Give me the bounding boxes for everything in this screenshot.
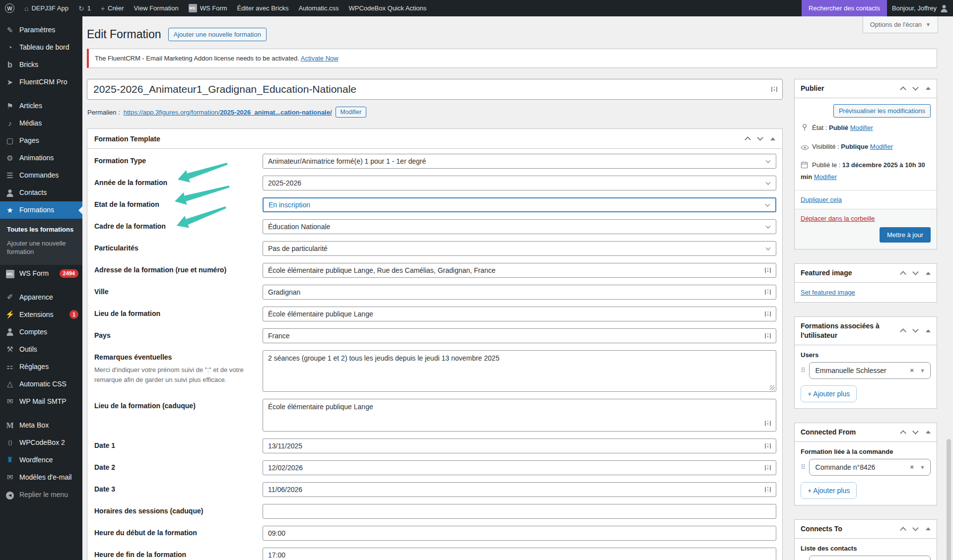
move-down-icon[interactable] — [757, 134, 763, 141]
edit-visibility-link[interactable]: Modifier — [870, 143, 893, 150]
input-adresse-de-la-formation-rue-et-numero[interactable]: École élémentaire publique Lange, Rue de… — [263, 263, 776, 278]
permalink-link[interactable]: https://app.3figures.org/formation/2025-… — [124, 109, 332, 116]
input-horaires-des-sessions-caduque[interactable] — [263, 504, 776, 519]
sidebar-item-automatic-css[interactable]: △ Automatic CSS — [0, 375, 82, 393]
move-down-icon[interactable] — [912, 326, 919, 333]
collapse-panel-icon[interactable] — [926, 272, 931, 275]
input-addon-icon[interactable] — [765, 268, 771, 273]
sidebar-item-formations[interactable]: ★ Formations — [0, 201, 82, 219]
move-up-icon[interactable] — [900, 271, 906, 277]
move-to-trash-link[interactable]: Déplacer dans la corbeille — [801, 215, 875, 222]
input-date-2[interactable]: 12/02/2026 — [263, 460, 776, 475]
select-annee-de-la-formation[interactable]: 2025-2026 — [263, 176, 776, 190]
select-cadre-de-la-formation[interactable]: Éducation Nationale — [263, 219, 776, 234]
input-addon-icon[interactable] — [765, 290, 771, 295]
input-pays[interactable]: France — [263, 328, 776, 343]
input-addon-icon[interactable] — [765, 465, 771, 471]
edit-published-date-link[interactable]: Modifier — [814, 173, 837, 181]
clear-selection-icon[interactable]: × — [910, 463, 914, 471]
move-up-icon[interactable] — [745, 136, 751, 143]
sidebar-item-parametres[interactable]: ✎ Paramètres — [0, 21, 82, 39]
collapse-panel-icon[interactable] — [926, 87, 931, 90]
duplicate-link[interactable]: Dupliquer cela — [801, 196, 842, 203]
collapse-panel-icon[interactable] — [770, 137, 775, 140]
sidebar-item-commandes[interactable]: ☰ Commandes — [0, 167, 82, 184]
view-formation-menu[interactable]: View Formation — [129, 0, 184, 16]
sidebar-item-fluentcrm-pro[interactable]: ➤ FluentCRM Pro — [0, 73, 82, 91]
input-lieu-de-la-formation[interactable]: École élémentaire publique Lange — [263, 307, 776, 321]
edit-with-bricks-menu[interactable]: Éditer avec Bricks — [232, 0, 294, 16]
collapse-panel-icon[interactable] — [926, 329, 931, 332]
sidebar-item-outils[interactable]: ⚒ Outils — [0, 341, 82, 358]
user-select[interactable]: Emmanuelle Schlesser × ▼ — [809, 362, 931, 379]
textarea-lieu-de-la-formation-caduque[interactable]: École élémentaire publique Lange — [263, 399, 776, 432]
move-up-icon[interactable] — [900, 328, 906, 335]
clear-selection-icon[interactable]: × — [910, 367, 914, 374]
sidebar-item-tableau-de-bord[interactable]: ◔ Tableau de bord — [0, 39, 82, 56]
move-down-icon[interactable] — [912, 84, 919, 91]
sidebar-item-comptes[interactable]: Comptes — [0, 323, 82, 341]
scrollbar-thumb[interactable] — [947, 439, 951, 560]
collapse-panel-icon[interactable] — [926, 431, 931, 434]
select-formation-type[interactable]: Animateur/Animatrice formé(e) 1 pour 1 -… — [263, 154, 776, 169]
edit-permalink-button[interactable]: Modifier — [336, 107, 367, 118]
input-addon-icon[interactable] — [771, 87, 778, 92]
add-more-order-button[interactable]: + Ajouter plus — [801, 482, 857, 499]
site-name-menu[interactable]: ⌂DEPJ3F App — [19, 0, 73, 16]
input-addon-icon[interactable] — [765, 311, 771, 317]
sidebar-item-meta-box[interactable]: M Meta Box — [0, 417, 82, 434]
sidebar-item-bricks[interactable]: b Bricks — [0, 56, 82, 73]
input-date-1[interactable]: 13/11/2025 — [263, 438, 776, 453]
sidebar-item-contacts[interactable]: Contacts — [0, 184, 82, 201]
drag-handle-icon[interactable]: ⠿ — [801, 367, 806, 374]
drag-handle-icon[interactable]: ⠿ — [801, 463, 806, 471]
sidebar-item-medias[interactable]: ♪ Médias — [0, 115, 82, 132]
sidebar-item-articles[interactable]: ⚑ Articles — [0, 97, 82, 115]
select-particularites[interactable]: Pas de particularité — [263, 241, 776, 256]
sidebar-item-wordfence[interactable]: ♜ Wordfence — [0, 451, 82, 469]
move-down-icon[interactable] — [912, 428, 919, 435]
search-contacts-button[interactable]: Rechercher des contacts — [802, 0, 887, 16]
move-up-icon[interactable] — [900, 430, 906, 436]
input-date-3[interactable]: 11/06/2026 — [263, 482, 776, 497]
input-addon-icon[interactable] — [765, 333, 771, 339]
resize-handle-icon[interactable] — [770, 385, 775, 390]
sidebar-item-modeles-email[interactable]: ✉ Modèles d'e-mail — [0, 469, 82, 486]
move-down-icon[interactable] — [912, 525, 919, 531]
input-addon-icon[interactable] — [765, 443, 771, 449]
update-button[interactable]: Mettre à jour — [880, 227, 931, 243]
sidebar-item-pages[interactable]: ▢ Pages — [0, 132, 82, 149]
activate-now-link[interactable]: Activate Now — [301, 55, 339, 62]
user-formations-panel-header[interactable]: Formations associées à l'utilisateur — [795, 317, 937, 345]
contact-select[interactable]: Sélectionnez un contact ▼ — [809, 556, 931, 560]
add-more-user-button[interactable]: + Ajouter plus — [801, 385, 857, 402]
sidebar-subitem-ajouter-une-nouvelle-formation[interactable]: Ajouter une nouvelle formation — [7, 237, 78, 259]
move-up-icon[interactable] — [900, 86, 906, 93]
metabox-header[interactable]: Formation Template — [87, 129, 782, 149]
ws-form-menu[interactable]: WS:WS Form — [184, 0, 232, 16]
automatic-css-menu[interactable]: Automatic.css — [294, 0, 344, 16]
sidebar-item-animations[interactable]: ⚙ Animations — [0, 149, 82, 167]
input-addon-icon[interactable] — [765, 421, 771, 426]
textarea-remarques-eventuelles[interactable]: 2 séances (groupe 1 et 2) tous les jeudi… — [263, 350, 776, 392]
new-content-menu[interactable]: +Créer — [96, 0, 129, 16]
order-select[interactable]: Commande n°8426 × ▼ — [809, 459, 931, 476]
sidebar-item-wpcodebox-2[interactable]: { } WPCodeBox 2 — [0, 434, 82, 451]
edit-status-link[interactable]: Modifier — [850, 124, 873, 131]
move-down-icon[interactable] — [912, 269, 919, 275]
publish-panel-header[interactable]: Publier — [795, 79, 937, 98]
collapse-panel-icon[interactable] — [926, 527, 931, 530]
sidebar-item-replier-menu[interactable]: ◀ Replier le menu — [0, 486, 82, 503]
updates-menu[interactable]: ↻1 — [73, 0, 96, 16]
move-up-icon[interactable] — [900, 527, 906, 533]
sidebar-item-ws-form[interactable]: WS: WS Form 2494 — [0, 265, 82, 282]
sidebar-item-wp-mail-smtp[interactable]: ✉ WP Mail SMTP — [0, 393, 82, 410]
connected-from-panel-header[interactable]: Connected From — [795, 423, 937, 442]
set-featured-image-link[interactable]: Set featured image — [801, 289, 855, 296]
sidebar-item-extensions[interactable]: ⚡ Extensions 1 — [0, 306, 82, 323]
sidebar-subitem-toutes-les-formations[interactable]: Toutes les formations — [7, 223, 78, 237]
wpcodebox-quick-actions-menu[interactable]: WPCodeBox Quick Actions — [344, 0, 432, 16]
input-heure-du-debut-de-la-formation[interactable]: 09:00 — [263, 526, 776, 541]
select-etat-de-la-formation[interactable]: En inscription — [263, 197, 776, 212]
featured-image-panel-header[interactable]: Featured image — [795, 264, 937, 283]
